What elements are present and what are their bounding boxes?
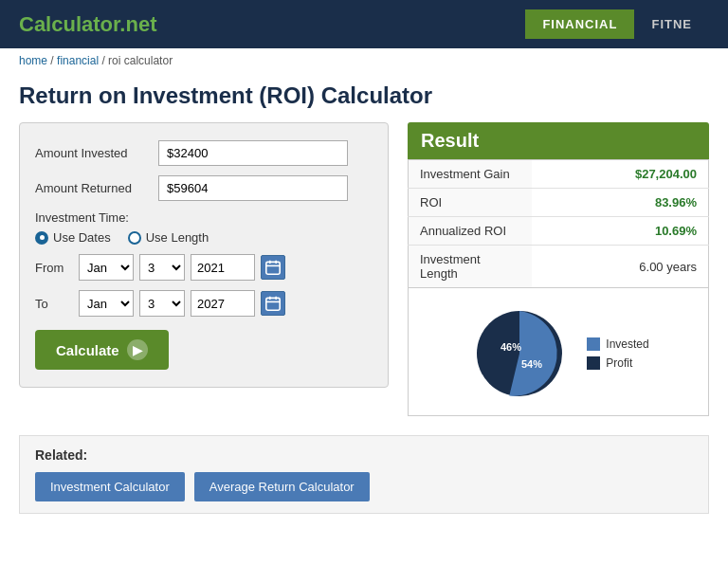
annualized-roi-label: Annualized ROI	[409, 217, 532, 246]
table-row: Investment Gain $27,204.00	[409, 160, 709, 189]
pie-legend: Invested Profit	[587, 337, 648, 370]
pie-container: 46% 54% Invested Profit	[408, 288, 709, 416]
nav: FINANCIAL FITNE	[525, 9, 709, 39]
legend-invested: Invested	[587, 337, 648, 351]
result-panel: Result Investment Gain $27,204.00 ROI 83…	[408, 122, 709, 416]
calendar-svg-2	[265, 296, 281, 311]
svg-rect-0	[266, 262, 280, 274]
use-length-label: Use Length	[146, 230, 209, 245]
legend-profit: Profit	[587, 356, 648, 370]
use-length-circle	[128, 231, 141, 245]
from-label: From	[35, 261, 73, 275]
calculate-button[interactable]: Calculate ▶	[35, 330, 169, 370]
from-month-select[interactable]: JanFebMarApr MayJunJulAug SepOctNovDec	[79, 254, 134, 281]
amount-invested-label: Amount Invested	[35, 146, 158, 160]
amount-invested-row: Amount Invested	[35, 140, 373, 166]
breadcrumb-current: roi calculator	[108, 54, 173, 67]
result-table: Investment Gain $27,204.00 ROI 83.96% An…	[408, 159, 709, 288]
related-section: Related: Investment Calculator Average R…	[19, 435, 709, 514]
profit-dot	[587, 356, 600, 370]
to-month-select[interactable]: JanFebMarApr MayJunJulAug SepOctNovDec	[79, 290, 134, 317]
profit-legend-label: Profit	[606, 356, 632, 370]
page-title: Return on Investment (ROI) Calculator	[19, 82, 709, 109]
investment-gain-value: $27,204.00	[532, 160, 709, 189]
nav-fitness[interactable]: FITNE	[634, 9, 709, 39]
logo-text: Calculator.	[19, 12, 125, 36]
investment-time-label: Investment Time:	[35, 210, 373, 225]
amount-returned-label: Amount Returned	[35, 181, 158, 195]
logo-net: net	[125, 12, 156, 36]
svg-rect-4	[266, 298, 280, 310]
table-row: ROI 83.96%	[409, 189, 709, 217]
amount-returned-row: Amount Returned	[35, 175, 373, 201]
use-length-radio[interactable]: Use Length	[128, 230, 209, 245]
investment-gain-label: Investment Gain	[409, 160, 532, 189]
amount-returned-input[interactable]	[158, 175, 348, 201]
radio-group: Use Dates Use Length	[35, 230, 373, 245]
use-dates-circle	[35, 231, 48, 245]
invested-pct-label: 54%	[521, 358, 542, 370]
calculate-arrow-icon: ▶	[127, 339, 148, 360]
to-row: To JanFebMarApr MayJunJulAug SepOctNovDe…	[35, 290, 373, 317]
calculator-panel: Amount Invested Amount Returned Investme…	[19, 122, 389, 388]
header: Calculator.net FINANCIAL FITNE	[0, 0, 728, 48]
profit-pct-label: 46%	[500, 341, 521, 353]
to-label: To	[35, 297, 73, 311]
related-title: Related:	[35, 447, 693, 463]
breadcrumb-home[interactable]: home	[19, 54, 47, 67]
pie-chart: 46% 54%	[467, 301, 572, 406]
from-year-input[interactable]	[191, 254, 255, 281]
table-row: Investment Length 6.00 years	[409, 246, 709, 288]
breadcrumb-financial[interactable]: financial	[57, 54, 99, 67]
average-return-calculator-btn[interactable]: Average Return Calculator	[194, 472, 370, 501]
roi-label: ROI	[409, 189, 532, 217]
investment-length-label: Investment Length	[409, 246, 532, 288]
roi-value: 83.96%	[532, 189, 709, 217]
main-content: Return on Investment (ROI) Calculator Am…	[0, 73, 728, 533]
table-row: Annualized ROI 10.69%	[409, 217, 709, 246]
calculate-label: Calculate	[56, 342, 119, 358]
nav-financial[interactable]: FINANCIAL	[525, 9, 634, 39]
to-year-input[interactable]	[191, 290, 255, 317]
to-day-select[interactable]: 3	[139, 290, 185, 317]
invested-legend-label: Invested	[606, 337, 648, 351]
invested-dot	[587, 337, 600, 351]
amount-invested-input[interactable]	[158, 140, 348, 166]
calendar-svg	[265, 260, 281, 275]
use-dates-label: Use Dates	[53, 230, 111, 245]
investment-calculator-btn[interactable]: Investment Calculator	[35, 472, 185, 501]
logo: Calculator.net	[19, 12, 156, 37]
investment-length-value: 6.00 years	[532, 246, 709, 288]
annualized-roi-value: 10.69%	[532, 217, 709, 246]
from-calendar-icon[interactable]	[261, 255, 285, 280]
result-header: Result	[408, 122, 709, 159]
related-buttons: Investment Calculator Average Return Cal…	[35, 472, 693, 501]
use-dates-radio[interactable]: Use Dates	[35, 230, 111, 245]
to-calendar-icon[interactable]	[261, 291, 285, 316]
content-row: Amount Invested Amount Returned Investme…	[19, 122, 709, 416]
from-day-select[interactable]: 3	[139, 254, 185, 281]
breadcrumb: home / financial / roi calculator	[0, 48, 728, 73]
from-row: From JanFebMarApr MayJunJulAug SepOctNov…	[35, 254, 373, 281]
